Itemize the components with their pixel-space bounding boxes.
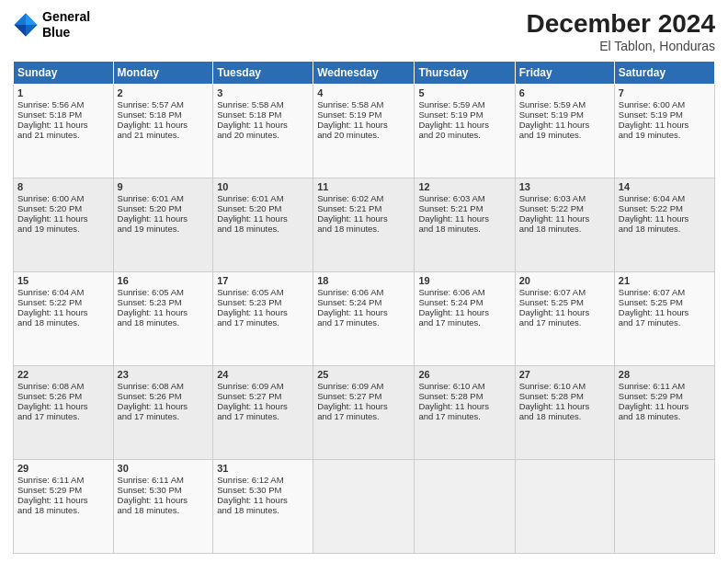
day-info-line: Sunset: 5:24 PM: [418, 297, 510, 307]
day-info-line: and 17 minutes.: [418, 317, 510, 327]
day-info-line: Sunrise: 6:03 AM: [418, 193, 510, 203]
calendar-header-cell: Friday: [515, 62, 614, 85]
day-info-line: Daylight: 11 hours: [118, 120, 210, 130]
day-number: 4: [317, 87, 410, 98]
day-info-line: and 18 minutes.: [118, 317, 210, 327]
day-info-line: Sunset: 5:25 PM: [519, 297, 610, 307]
svg-marker-2: [26, 25, 37, 36]
day-info-line: Sunrise: 6:07 AM: [519, 287, 610, 297]
calendar-day-cell: 13Sunrise: 6:03 AMSunset: 5:22 PMDayligh…: [515, 178, 614, 272]
calendar-day-cell: 11Sunrise: 6:02 AMSunset: 5:21 PMDayligh…: [313, 178, 415, 272]
day-info-line: Sunrise: 6:00 AM: [17, 193, 109, 203]
calendar-day-cell: 17Sunrise: 6:05 AMSunset: 5:23 PMDayligh…: [213, 272, 313, 366]
day-info-line: Sunrise: 5:57 AM: [118, 99, 210, 109]
day-info-line: Sunset: 5:30 PM: [118, 485, 210, 495]
day-info-line: Sunset: 5:23 PM: [217, 297, 309, 307]
calendar-day-cell: 26Sunrise: 6:10 AMSunset: 5:28 PMDayligh…: [415, 366, 515, 460]
day-info-line: Sunset: 5:30 PM: [217, 485, 309, 495]
day-info-line: Daylight: 11 hours: [317, 213, 410, 224]
day-info-line: and 18 minutes.: [619, 411, 711, 421]
day-number: 19: [418, 275, 510, 286]
day-info-line: Sunrise: 6:10 AM: [519, 381, 610, 391]
calendar-week-row: 22Sunrise: 6:08 AMSunset: 5:26 PMDayligh…: [14, 366, 715, 460]
calendar-header-cell: Sunday: [14, 62, 114, 85]
day-info-line: Daylight: 11 hours: [418, 307, 510, 317]
day-info-line: and 18 minutes.: [217, 224, 309, 234]
calendar-day-cell: 19Sunrise: 6:06 AMSunset: 5:24 PMDayligh…: [415, 272, 515, 366]
day-number: 10: [217, 181, 309, 192]
calendar-day-cell: 29Sunrise: 6:11 AMSunset: 5:29 PMDayligh…: [14, 460, 114, 554]
calendar-week-row: 29Sunrise: 6:11 AMSunset: 5:29 PMDayligh…: [14, 460, 715, 554]
day-info-line: and 18 minutes.: [619, 224, 711, 234]
logo: General Blue: [13, 9, 90, 40]
day-info-line: and 20 minutes.: [217, 130, 309, 140]
day-info-line: Sunrise: 6:03 AM: [519, 193, 610, 203]
day-info-line: Daylight: 11 hours: [317, 401, 410, 411]
day-info-line: and 18 minutes.: [317, 224, 410, 234]
day-number: 3: [217, 87, 309, 98]
calendar-day-cell: 7Sunrise: 6:00 AMSunset: 5:19 PMDaylight…: [614, 85, 714, 178]
calendar-day-cell: 12Sunrise: 6:03 AMSunset: 5:21 PMDayligh…: [415, 178, 515, 272]
day-number: 22: [17, 369, 109, 380]
day-info-line: Daylight: 11 hours: [317, 120, 410, 130]
day-info-line: Sunrise: 6:04 AM: [17, 287, 109, 297]
day-info-line: Sunrise: 6:11 AM: [17, 475, 109, 485]
calendar-day-cell: 8Sunrise: 6:00 AMSunset: 5:20 PMDaylight…: [14, 178, 114, 272]
logo-line2: Blue: [42, 25, 90, 40]
day-info-line: Daylight: 11 hours: [217, 120, 309, 130]
day-info-line: Daylight: 11 hours: [118, 213, 210, 224]
main-title: December 2024: [527, 9, 715, 39]
calendar-body: 1Sunrise: 5:56 AMSunset: 5:18 PMDaylight…: [14, 85, 715, 554]
day-info-line: and 18 minutes.: [118, 505, 210, 515]
day-info-line: Sunrise: 6:07 AM: [619, 287, 711, 297]
calendar-day-cell: 20Sunrise: 6:07 AMSunset: 5:25 PMDayligh…: [515, 272, 614, 366]
day-info-line: Sunrise: 6:11 AM: [619, 381, 711, 391]
day-number: 13: [519, 181, 610, 192]
day-info-line: Sunrise: 6:08 AM: [118, 381, 210, 391]
day-info-line: Sunset: 5:19 PM: [619, 109, 711, 120]
calendar-day-cell: [415, 460, 515, 554]
calendar-day-cell: 1Sunrise: 5:56 AMSunset: 5:18 PMDaylight…: [14, 85, 114, 178]
day-info-line: Sunset: 5:24 PM: [317, 297, 410, 307]
day-info-line: Sunset: 5:21 PM: [317, 203, 410, 213]
day-info-line: and 19 minutes.: [118, 224, 210, 234]
day-info-line: and 18 minutes.: [17, 505, 109, 515]
day-info-line: Daylight: 11 hours: [418, 213, 510, 224]
day-info-line: Daylight: 11 hours: [217, 213, 309, 224]
day-number: 12: [418, 181, 510, 192]
day-number: 11: [317, 181, 410, 192]
day-info-line: Daylight: 11 hours: [17, 120, 109, 130]
day-info-line: Daylight: 11 hours: [619, 307, 711, 317]
calendar-day-cell: 18Sunrise: 6:06 AMSunset: 5:24 PMDayligh…: [313, 272, 415, 366]
day-info-line: Sunrise: 6:00 AM: [619, 99, 711, 109]
day-info-line: Sunrise: 6:06 AM: [418, 287, 510, 297]
calendar-day-cell: 21Sunrise: 6:07 AMSunset: 5:25 PMDayligh…: [614, 272, 714, 366]
day-info-line: and 20 minutes.: [418, 130, 510, 140]
day-info-line: Daylight: 11 hours: [418, 401, 510, 411]
day-info-line: and 20 minutes.: [317, 130, 410, 140]
day-info-line: Sunset: 5:22 PM: [17, 297, 109, 307]
day-info-line: Daylight: 11 hours: [217, 307, 309, 317]
calendar-header-cell: Monday: [113, 62, 213, 85]
day-info-line: Sunrise: 6:02 AM: [317, 193, 410, 203]
day-info-line: Sunrise: 6:01 AM: [118, 193, 210, 203]
day-info-line: Sunset: 5:22 PM: [519, 203, 610, 213]
day-info-line: Sunset: 5:26 PM: [118, 391, 210, 401]
day-number: 18: [317, 275, 410, 286]
day-info-line: Daylight: 11 hours: [519, 120, 610, 130]
day-number: 6: [519, 87, 610, 98]
calendar-week-row: 15Sunrise: 6:04 AMSunset: 5:22 PMDayligh…: [14, 272, 715, 366]
day-info-line: Sunset: 5:19 PM: [519, 109, 610, 120]
calendar-day-cell: 15Sunrise: 6:04 AMSunset: 5:22 PMDayligh…: [14, 272, 114, 366]
calendar-day-cell: 23Sunrise: 6:08 AMSunset: 5:26 PMDayligh…: [113, 366, 213, 460]
day-info-line: Daylight: 11 hours: [619, 213, 711, 224]
calendar-day-cell: 4Sunrise: 5:58 AMSunset: 5:19 PMDaylight…: [313, 85, 415, 178]
day-info-line: Daylight: 11 hours: [519, 401, 610, 411]
day-number: 1: [17, 87, 109, 98]
day-info-line: Daylight: 11 hours: [619, 120, 711, 130]
day-info-line: Sunset: 5:20 PM: [217, 203, 309, 213]
day-info-line: Sunset: 5:28 PM: [418, 391, 510, 401]
day-info-line: Daylight: 11 hours: [118, 307, 210, 317]
calendar-day-cell: 28Sunrise: 6:11 AMSunset: 5:29 PMDayligh…: [614, 366, 714, 460]
day-info-line: Sunset: 5:18 PM: [17, 109, 109, 120]
